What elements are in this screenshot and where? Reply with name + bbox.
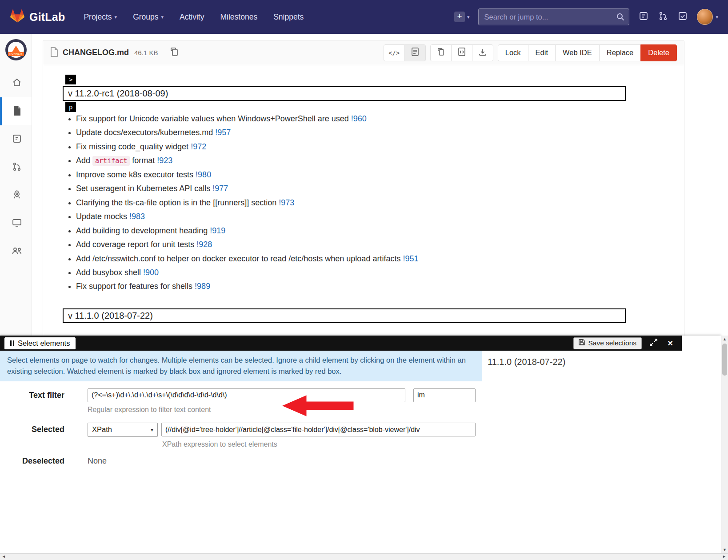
view-source-button[interactable]: </> bbox=[384, 44, 405, 61]
scroll-right-arrow-icon[interactable]: ► bbox=[722, 554, 726, 559]
save-selections-button[interactable]: Save selections bbox=[573, 337, 642, 349]
selection-tag-bottom: p bbox=[65, 102, 76, 112]
view-rendered-button[interactable] bbox=[404, 44, 426, 61]
select-elements-button[interactable]: Select elements bbox=[4, 337, 76, 349]
sidebar-item-repository[interactable] bbox=[0, 97, 32, 125]
sidebar-item-issues[interactable] bbox=[0, 125, 32, 153]
clipboard-icon bbox=[170, 51, 178, 58]
changelog-item: Set useragent in Kubernetes API calls !9… bbox=[76, 184, 656, 194]
nav-snippets[interactable]: Snippets bbox=[273, 12, 304, 22]
monitor-icon bbox=[12, 217, 22, 230]
changelog-item: Update mocks !983 bbox=[76, 212, 656, 222]
issues-board-icon bbox=[12, 133, 22, 146]
page-horizontal-scrollbar[interactable]: ◄ ► bbox=[0, 553, 728, 560]
merge-request-link[interactable]: !957 bbox=[215, 128, 231, 137]
navbar-right: + ▾ ▾ bbox=[454, 8, 718, 25]
sidebar-item-merge-requests[interactable] bbox=[0, 153, 32, 181]
nav-activity[interactable]: Activity bbox=[180, 12, 204, 22]
download-icon bbox=[479, 48, 487, 58]
chevron-down-icon: ▾ bbox=[151, 427, 153, 433]
chevron-down-icon: ▾ bbox=[115, 14, 117, 20]
match-preview: 11.1.0 (2018-07-22) bbox=[482, 351, 721, 553]
changelog-item: Fix missing code_quality widget !972 bbox=[76, 142, 656, 152]
panel-vertical-scrollbar[interactable]: ▲ ▼ bbox=[721, 336, 728, 553]
project-avatar[interactable]: RUNNER bbox=[5, 39, 27, 60]
delete-button[interactable]: Delete bbox=[640, 44, 677, 61]
clipboard-icon bbox=[437, 48, 444, 58]
code-icon: </> bbox=[388, 49, 400, 56]
issues-icon[interactable] bbox=[638, 11, 649, 23]
global-search bbox=[478, 8, 629, 25]
file-header: CHANGELOG.md 46.1 KB </> bbox=[43, 40, 684, 65]
watched-element-box[interactable]: v 11.1.0 (2018-07-22) bbox=[63, 308, 626, 323]
merge-request-link[interactable]: !989 bbox=[195, 282, 210, 291]
nav-milestones[interactable]: Milestones bbox=[220, 12, 257, 22]
open-raw-button[interactable] bbox=[451, 44, 472, 61]
file-icon bbox=[50, 47, 58, 59]
brand-text: GitLab bbox=[29, 11, 65, 24]
chevron-down-icon: ▾ bbox=[161, 14, 164, 20]
replace-button[interactable]: Replace bbox=[599, 44, 641, 61]
file-icon bbox=[12, 105, 22, 118]
changelog-item: Improve some k8s executor tests !980 bbox=[76, 170, 656, 180]
merge-request-link[interactable]: !972 bbox=[191, 142, 206, 151]
floppy-disk-icon bbox=[579, 339, 585, 347]
user-menu[interactable]: ▾ bbox=[697, 9, 718, 25]
text-filter-row: Text filter bbox=[0, 388, 482, 402]
watched-element-box[interactable]: v 11.2.0-rc1 (2018-08-09)>p bbox=[63, 86, 626, 101]
file-actions: </> bbox=[384, 44, 677, 61]
gitlab-home-link[interactable]: GitLab bbox=[10, 9, 65, 25]
changelog-item: Fix support for Unicode variable values … bbox=[76, 114, 656, 124]
home-icon bbox=[12, 77, 22, 90]
changelog-heading: v 11.2.0-rc1 (2018-08-09) bbox=[68, 88, 620, 99]
merge-request-link[interactable]: !900 bbox=[143, 268, 159, 277]
screen: GitLab Projects▾ Groups▾ Activity Milest… bbox=[0, 0, 728, 560]
text-filter-label: Text filter bbox=[0, 391, 64, 400]
merge-request-link[interactable]: !983 bbox=[129, 212, 145, 221]
web-ide-button[interactable]: Web IDE bbox=[555, 44, 600, 61]
new-menu-button[interactable]: + ▾ bbox=[454, 12, 470, 22]
scroll-left-arrow-icon[interactable]: ◄ bbox=[2, 554, 6, 559]
copy-file-path-button[interactable] bbox=[169, 47, 179, 59]
close-panel-button[interactable]: × bbox=[665, 338, 676, 348]
scroll-up-arrow-icon[interactable]: ▲ bbox=[721, 337, 728, 341]
changelog-item: Add busybox shell !900 bbox=[76, 268, 656, 278]
regex-flags-input[interactable] bbox=[413, 388, 476, 402]
todos-icon[interactable] bbox=[677, 11, 688, 23]
merge-request-link[interactable]: !951 bbox=[403, 254, 418, 263]
selected-label: Selected bbox=[0, 425, 64, 434]
search-input[interactable] bbox=[478, 8, 629, 25]
merge-request-link[interactable]: !973 bbox=[279, 198, 294, 207]
sidebar-item-operations[interactable] bbox=[0, 209, 32, 237]
selector-type-dropdown[interactable]: XPath ▾ bbox=[88, 423, 158, 437]
search-icon bbox=[616, 12, 625, 23]
merge-request-link[interactable]: !960 bbox=[351, 114, 367, 123]
lock-button[interactable]: Lock bbox=[498, 44, 528, 61]
scroll-down-arrow-icon[interactable]: ▼ bbox=[721, 548, 728, 552]
nav-projects[interactable]: Projects▾ bbox=[84, 12, 117, 22]
download-button[interactable] bbox=[472, 44, 493, 61]
panel-body: Select elements on page to watch for cha… bbox=[0, 351, 721, 553]
merge-request-link[interactable]: !977 bbox=[212, 184, 228, 193]
collapse-panel-button[interactable] bbox=[648, 338, 659, 348]
changelog-item: Add /etc/nsswitch.conf to helper on dock… bbox=[76, 254, 656, 264]
sidebar-item-cicd[interactable] bbox=[0, 181, 32, 209]
text-filter-input[interactable] bbox=[88, 388, 405, 402]
edit-button[interactable]: Edit bbox=[528, 44, 556, 61]
form-area: Text filter Regular expression to filter… bbox=[0, 381, 482, 466]
copy-contents-button[interactable] bbox=[430, 44, 452, 61]
xpath-input[interactable] bbox=[161, 423, 476, 436]
merge-request-link[interactable]: !923 bbox=[157, 156, 172, 165]
merge-requests-icon[interactable] bbox=[658, 11, 668, 23]
sidebar-item-members[interactable] bbox=[0, 237, 32, 265]
sidebar-item-overview[interactable] bbox=[0, 69, 32, 97]
merge-request-link[interactable]: !919 bbox=[210, 226, 225, 235]
panel-bar-right: Save selections × bbox=[573, 337, 676, 349]
nav-groups[interactable]: Groups▾ bbox=[133, 12, 164, 22]
merge-request-link[interactable]: !928 bbox=[196, 240, 212, 249]
merge-request-link[interactable]: !980 bbox=[196, 170, 211, 179]
panel-form: Select elements on page to watch for cha… bbox=[0, 351, 482, 553]
vertical-scrollbar-thumb[interactable] bbox=[722, 344, 727, 376]
plus-icon: + bbox=[454, 12, 465, 22]
changelog-item: Clarifying the tls-ca-file option is in … bbox=[76, 198, 656, 208]
